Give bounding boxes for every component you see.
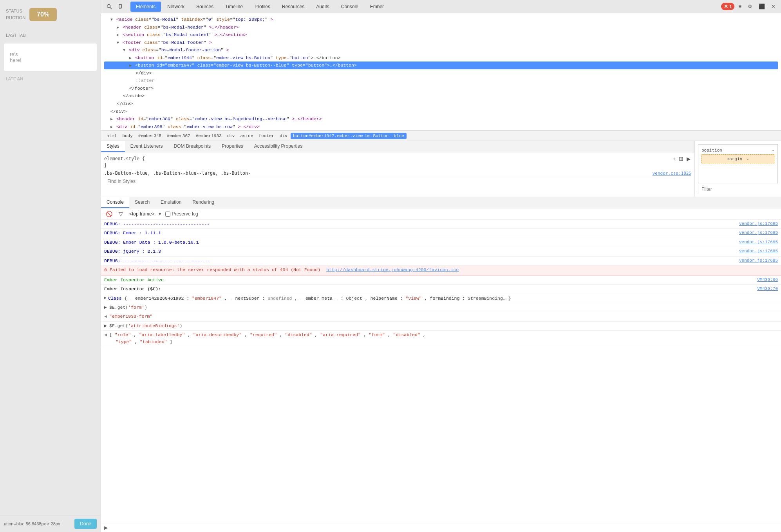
triangle-icon[interactable]: ▶ [117,25,119,30]
error-x-icon: ✕ [724,4,728,9]
console-source-link[interactable]: vendor.js:17685 [739,221,778,228]
debug-keyword: DEBUG: [104,240,123,245]
console-tab-search[interactable]: Search [129,197,155,208]
console-source-link[interactable]: vendor.js:17685 [739,230,778,237]
breadcrumb-footer[interactable]: footer [257,133,277,139]
tree-line[interactable]: </div> [104,108,778,116]
tab-network[interactable]: Network [162,2,190,12]
console-source-link[interactable]: vendor.js:17685 [739,257,778,264]
left-sidebar: STATUS ruction 70% LAST TAB re'shere! la… [0,0,101,532]
tab-audits[interactable]: Audits [311,2,334,12]
close-icon-button[interactable]: ✕ [769,2,778,11]
tree-line[interactable]: ▶ <header class="bs-Modal-header" >…</he… [104,24,778,31]
tree-line[interactable]: ▶ <button id="ember1944" class="ember-vi… [104,54,778,62]
filter-input[interactable] [698,185,778,194]
console-source-vm439-70[interactable]: VM439:70 [757,286,778,293]
play-style-icon[interactable]: ▶ [686,155,691,163]
tab-styles[interactable]: Styles [101,141,125,152]
debug-keyword: DEBUG: [104,221,123,226]
tab-ember[interactable]: Ember [365,2,389,12]
tree-line[interactable]: </div> [104,69,778,77]
console-tab-emulation[interactable]: Emulation [155,197,187,208]
element-style-rule: element.style { + ⊞ ▶ } [104,155,691,168]
error-url[interactable]: http://dashboard.stripe.johnwang:4200/fa… [326,267,459,272]
debug-keyword: DEBUG: [104,230,123,235]
tab-accessibility[interactable]: Accessibility Properties [249,141,308,152]
status-sublabel: ruction [6,15,25,21]
breadcrumb-html[interactable]: html [104,133,119,139]
tree-line[interactable]: ▼ <aside class="bs-Modal" tabindex="0" s… [104,16,778,24]
style-source-link[interactable]: vendor.css:1825 [653,171,691,176]
triangle-icon[interactable]: ▶ [110,117,113,121]
triangle-icon[interactable]: ▶ [110,125,113,129]
footer-dimensions-label: utton--blue 56.8438px × 28px [4,521,71,526]
console-tabs: Console Search Emulation Rendering [101,197,781,208]
tree-line[interactable]: ▶ <section class="bs-Modal-content" >…</… [104,31,778,39]
tree-line[interactable]: ▶ <header id="ember389" class="ember-vie… [104,115,778,123]
breadcrumb-ember367[interactable]: #ember367 [165,133,192,139]
input-arrow-icon: ▶ [104,304,107,311]
search-icon-button[interactable] [104,2,114,11]
frame-dropdown-arrow[interactable]: ▼ [158,212,162,216]
output-arrow-icon: ◀ [104,313,107,320]
error-circle-icon: ⊘ [104,266,107,275]
filter-icon[interactable]: ▽ [117,210,125,218]
tab-console[interactable]: Console [336,2,364,12]
tab-sources[interactable]: Sources [191,2,219,12]
triangle-icon[interactable]: ▶ [117,33,119,37]
list-icon-button[interactable]: ≡ [736,2,744,11]
tab-properties[interactable]: Properties [216,141,249,152]
console-line-get-form-output: ◀ "ember1933-form" [101,312,781,321]
settings-icon-button[interactable]: ⚙ [745,2,755,11]
tree-line[interactable]: ▶ <div id="ember398" class="ember-view b… [104,123,778,131]
add-style-icon[interactable]: + [672,155,676,163]
tree-line[interactable]: ▼ <footer class="bs-Modal-footer" > [104,39,778,47]
breadcrumb-ember345[interactable]: #ember345 [136,133,164,139]
triangle-icon[interactable]: ▶ [129,56,132,60]
search-icon [107,4,112,9]
find-in-styles-input[interactable] [104,177,691,186]
breadcrumb-ember1933[interactable]: #ember1933 [193,133,224,139]
attr-text: $E.get( [109,323,128,328]
tree-line[interactable]: </div> [104,100,778,108]
position-row: position - [701,148,774,153]
triangle-icon[interactable]: ▼ [123,48,125,52]
breadcrumb-body[interactable]: body [120,133,135,139]
breadcrumb-div2[interactable]: div [277,133,290,139]
tab-elements[interactable]: Elements [130,2,161,12]
console-source-link[interactable]: vendor.js:17685 [739,239,778,246]
tree-line[interactable]: </footer> [104,85,778,92]
tab-dom-breakpoints[interactable]: DOM Breakpoints [168,141,216,152]
inspect-style-icon[interactable]: ⊞ [678,155,684,163]
frame-select[interactable]: <top frame> [128,210,156,217]
svg-line-1 [110,7,112,9]
console-tab-console[interactable]: Console [101,197,129,208]
breadcrumb-active-element[interactable]: button#ember1947.ember-view.bs-Button--b… [291,133,407,139]
done-button[interactable]: Done [74,519,97,529]
console-toolbar: 🚫 ▽ <top frame> ▼ Preserve log [101,208,781,220]
console-source-link[interactable]: vendor.js:17685 [739,248,778,255]
console-tab-rendering[interactable]: Rendering [187,197,219,208]
console-source-vm439-66[interactable]: VM439:66 [757,277,778,284]
clear-console-icon[interactable]: 🚫 [104,210,114,218]
triangle-icon[interactable]: ▼ [117,41,119,45]
device-icon-button[interactable] [115,2,125,11]
tree-line-selected[interactable]: ▶ <button id="ember1947" class="ember-vi… [104,62,778,69]
tab-timeline[interactable]: Timeline [220,2,248,12]
resize-icon-button[interactable]: ⬛ [756,2,767,11]
triangle-icon[interactable]: ▼ [110,18,113,22]
tab-resources[interactable]: Resources [277,2,310,12]
tab-event-listeners[interactable]: Event Listeners [125,141,168,152]
style-selector-text: .bs-Button--blue, .bs-Button--blue--larg… [104,170,251,176]
tree-line[interactable]: </aside> [104,92,778,100]
tree-line[interactable]: ::after [104,77,778,85]
preserve-log-checkbox[interactable] [165,212,170,217]
debug-emberdata: Ember Data : 1.0.0-beta.16.1 [123,240,199,245]
progress-badge: 70% [29,8,57,21]
expand-class-icon[interactable]: ▶ [104,295,107,301]
triangle-icon[interactable]: ▶ [129,63,132,68]
breadcrumb-aside[interactable]: aside [238,133,255,139]
breadcrumb-div[interactable]: div [225,133,237,139]
tab-profiles[interactable]: Profiles [249,2,276,12]
tree-line[interactable]: ▼ <div class="bs-Modal-footer-action" > [104,46,778,54]
